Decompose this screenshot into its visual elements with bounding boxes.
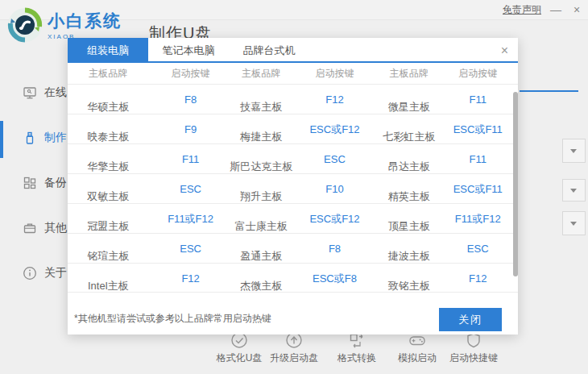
briefcase-icon [23, 221, 37, 235]
background-dropdown-2[interactable] [562, 179, 586, 202]
table-row: 铭瑄主板ESC盈通主板F8捷波主板ESC [68, 233, 518, 263]
boot-key-table-body: 华硕主板F8技嘉主板F12微星主板F11映泰主板F9梅捷主板ESC或F12七彩虹… [68, 84, 518, 293]
boot-key-value: ESC [180, 234, 201, 264]
table-row: 双敏主板ESC翔升主板F10精英主板ESC或F11 [68, 173, 518, 203]
column-header: 启动按键 [315, 63, 354, 84]
chevron-down-icon [570, 149, 577, 153]
toolbar-item-label: 启动快捷键 [435, 351, 512, 365]
dialog-scrollbar[interactable] [513, 92, 518, 276]
sidebar-item-label: 制作 [44, 131, 67, 145]
chevron-down-icon [570, 189, 577, 193]
boot-key-value: ESC或F12 [309, 114, 359, 144]
dialog-tab-bar: 组装电脑 笔记本电脑 品牌台式机 × [68, 38, 518, 63]
sidebar-item-label: 在线 [44, 85, 67, 100]
background-tab-underline [520, 90, 578, 92]
app-window: 免责声明 — × 小白系统 XIAOB 制作U盘 在线 [0, 0, 588, 374]
boot-key-value: F8 [329, 234, 341, 264]
disclaimer-link[interactable]: 免责声明 [503, 3, 541, 17]
tab-assembled-pc[interactable]: 组装电脑 [68, 38, 148, 63]
background-dropdown-3[interactable] [562, 211, 586, 235]
sidebar-item-label: 关于 [44, 266, 67, 280]
column-header: 主板品牌 [89, 63, 127, 84]
boot-key-value: F9 [184, 114, 197, 144]
toolbar-item-boot-hotkeys[interactable]: 启动快捷键 [435, 331, 512, 365]
tab-laptop[interactable]: 笔记本电脑 [148, 38, 229, 63]
tab-brand-desktop[interactable]: 品牌台式机 [229, 38, 309, 63]
brand-text: 小白系统 XIAOB [48, 7, 122, 40]
sidebar-item-label: 备份 [44, 176, 67, 190]
column-header: 启动按键 [172, 63, 210, 84]
info-icon [23, 266, 37, 280]
boot-key-value: F11 [470, 144, 487, 174]
table-row: Intel主板F12杰微主板ESC或F8致铭主板F12 [68, 263, 518, 293]
dialog-close-icon[interactable]: × [501, 43, 508, 59]
background-dropdown-1[interactable] [562, 139, 586, 163]
boot-key-value: F10 [325, 174, 343, 204]
column-header: 主板品牌 [242, 63, 280, 84]
boot-key-value: ESC [324, 144, 346, 174]
table-row: 映泰主板F9梅捷主板ESC或F12七彩虹主板ESC或F11 [68, 114, 518, 143]
boot-key-value: ESC [180, 174, 201, 204]
table-header-row: 主板品牌启动按键主板品牌启动按键主板品牌启动按键 [68, 63, 518, 84]
column-header: 启动按键 [458, 63, 497, 84]
table-row: 华擎主板F11斯巴达克主板ESC昂达主板F11 [68, 143, 518, 173]
window-controls: 免责声明 — × [503, 0, 588, 20]
logo-icon [7, 7, 43, 43]
boot-key-value: F11 [182, 144, 199, 174]
boot-key-value: ESC或F11 [453, 174, 503, 204]
table-row: 华硕主板F8技嘉主板F12微星主板F11 [68, 84, 518, 114]
dialog-footer: *其他机型请尝试或参考以上品牌常用启动热键 关闭 [68, 294, 518, 335]
dialog-close-button[interactable]: 关闭 [439, 308, 502, 331]
window-close-button[interactable]: × [570, 0, 583, 20]
usb-icon [23, 131, 37, 145]
table-row: 冠盟主板F11或F12富士康主板ESC或F12顶星主板F11或F12 [68, 203, 518, 233]
boot-key-value: ESC或F11 [453, 114, 503, 144]
boot-key-value: F12 [469, 264, 487, 293]
sidebar-active-indicator [0, 121, 3, 158]
boot-key-value: F11或F12 [168, 204, 213, 234]
monitor-icon [23, 85, 37, 100]
boot-key-value: ESC或F12 [309, 204, 359, 234]
minimize-button[interactable]: — [549, 0, 562, 20]
sidebar-item-label: 其他 [44, 221, 67, 235]
boot-hotkey-dialog: 组装电脑 笔记本电脑 品牌台式机 × 主板品牌启动按键主板品牌启动按键主板品牌启… [68, 38, 518, 335]
brand-name: 小白系统 [48, 10, 122, 31]
boot-key-value: ESC [467, 234, 489, 264]
boot-key-value: F12 [325, 85, 343, 114]
boot-key-value: F12 [181, 264, 199, 293]
boot-key-value: F11 [470, 85, 487, 114]
chevron-down-icon [570, 222, 577, 226]
footer-note: *其他机型请尝试或参考以上品牌常用启动热键 [74, 312, 271, 326]
boot-key-value: ESC或F8 [313, 264, 357, 293]
boot-key-value: F11或F12 [455, 204, 501, 234]
column-header: 主板品牌 [390, 63, 429, 84]
grid-icon [23, 176, 37, 190]
boot-key-value: F8 [184, 85, 197, 114]
